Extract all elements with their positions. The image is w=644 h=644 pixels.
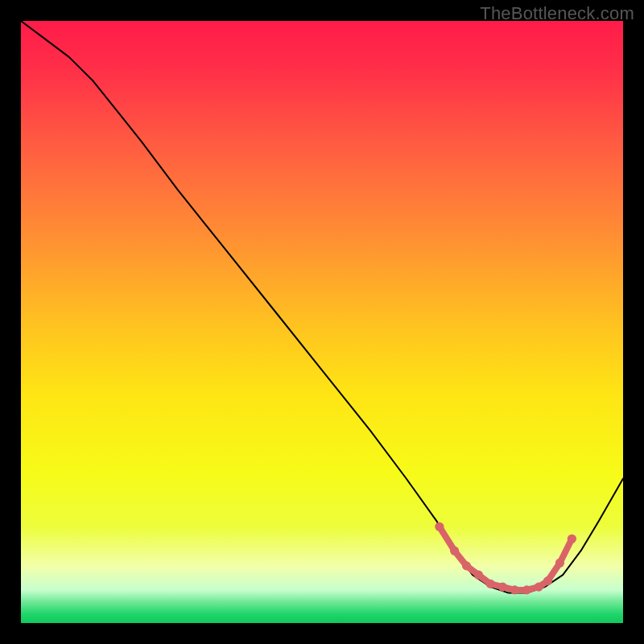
chart-frame (21, 21, 623, 623)
series-dot (486, 580, 495, 588)
series-dot (522, 585, 531, 594)
series-dot (462, 561, 471, 570)
series-dot (450, 547, 459, 555)
series-dot (543, 576, 552, 585)
series-dot (435, 522, 444, 531)
bottleneck-chart (21, 21, 623, 623)
series-dot (555, 559, 564, 568)
watermark-text: TheBottleneck.com (480, 3, 634, 24)
series-dot (535, 583, 543, 592)
series-dot (498, 583, 507, 592)
series-dot (510, 585, 519, 594)
chart-background (21, 21, 623, 623)
series-dot (474, 571, 483, 580)
series-dot (568, 535, 576, 543)
